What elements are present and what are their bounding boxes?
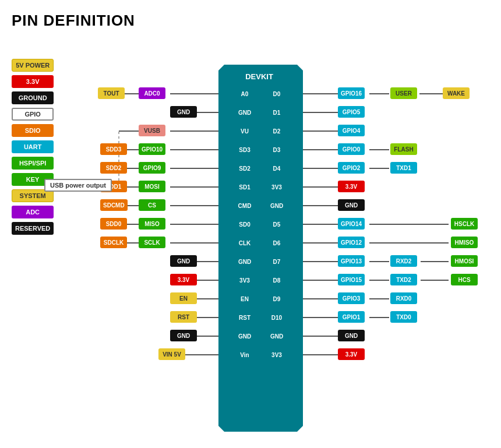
badge-miso: MISO xyxy=(139,218,165,230)
svg-text:D5: D5 xyxy=(273,221,281,228)
badge-gpio3: GPIO3 xyxy=(338,292,365,304)
badge-vusb: VUSB xyxy=(139,125,165,136)
svg-text:3V3: 3V3 xyxy=(271,184,282,191)
badge-33v-l11: 3.3V xyxy=(170,274,197,285)
badge-gpio15: GPIO15 xyxy=(338,274,365,285)
badge-gpio12: GPIO12 xyxy=(338,237,365,248)
badge-33v-r6: 3.3V xyxy=(338,181,365,192)
badge-tout: TOUT xyxy=(98,87,125,99)
svg-text:GND: GND xyxy=(270,203,283,209)
svg-text:SD3: SD3 xyxy=(239,147,250,153)
svg-text:D7: D7 xyxy=(273,259,281,265)
badge-gpio1: GPIO1 xyxy=(338,311,365,323)
badge-sclk: SCLK xyxy=(139,237,165,248)
badge-gpio0: GPIO0 xyxy=(338,143,365,155)
badge-gpio5: GPIO5 xyxy=(338,106,365,118)
badge-rxd0: RXD0 xyxy=(390,292,417,304)
svg-text:CMD: CMD xyxy=(238,203,252,209)
svg-text:D2: D2 xyxy=(273,128,281,135)
svg-text:GND: GND xyxy=(238,333,251,340)
badge-gnd-l10: GND xyxy=(170,255,197,267)
badge-gpio16: GPIO16 xyxy=(338,87,365,99)
badge-sdd3: SDD3 xyxy=(100,143,127,155)
pin-diagram-svg: DEVKIT A0 GND VU SD3 SD2 SD1 CMD SD0 CLK… xyxy=(12,47,489,420)
svg-text:Vin: Vin xyxy=(240,352,249,358)
pin-diagram: 5V POWER 3.3V GROUND GPIO SDIO UART HSPI… xyxy=(12,47,489,432)
badge-user: USER xyxy=(390,87,417,99)
badge-vin5v: VIN 5V xyxy=(158,348,185,360)
badge-hmiso: HMISO xyxy=(451,237,478,248)
badge-sdd0: SDD0 xyxy=(100,218,127,230)
usb-power-label: USB power output xyxy=(44,179,112,192)
badge-gnd-l14: GND xyxy=(170,330,197,341)
badge-sdclk: SDCLK xyxy=(100,237,127,248)
badge-txd1: TXD1 xyxy=(390,162,417,174)
badge-sdd2: SDD2 xyxy=(100,162,127,174)
badge-gnd-r14: GND xyxy=(338,330,365,341)
badge-gpio2: GPIO2 xyxy=(338,162,365,174)
page-title: PIN DEFINITION xyxy=(12,12,489,30)
svg-text:A0: A0 xyxy=(241,91,249,97)
svg-text:3V3: 3V3 xyxy=(271,352,282,358)
svg-text:SD0: SD0 xyxy=(239,221,250,228)
badge-rst: RST xyxy=(170,311,197,323)
svg-text:D4: D4 xyxy=(273,165,281,172)
svg-text:D3: D3 xyxy=(273,147,281,153)
badge-gpio10: GPIO10 xyxy=(139,143,165,155)
svg-text:D0: D0 xyxy=(273,91,281,97)
badge-gnd-l2: GND xyxy=(170,106,197,118)
svg-text:SD2: SD2 xyxy=(239,165,250,172)
svg-text:CLK: CLK xyxy=(239,240,251,246)
badge-gpio14: GPIO14 xyxy=(338,218,365,230)
svg-text:D8: D8 xyxy=(273,277,281,284)
svg-text:D6: D6 xyxy=(273,240,281,246)
svg-text:3V3: 3V3 xyxy=(239,277,250,284)
svg-marker-0 xyxy=(218,65,303,432)
svg-text:D9: D9 xyxy=(273,296,281,302)
svg-text:D1: D1 xyxy=(273,110,281,116)
svg-text:D10: D10 xyxy=(271,315,283,321)
svg-text:GND: GND xyxy=(270,333,283,340)
svg-text:EN: EN xyxy=(241,296,249,302)
badge-gpio4: GPIO4 xyxy=(338,125,365,136)
badge-adc0: ADC0 xyxy=(139,87,165,99)
badge-hcs: HCS xyxy=(451,274,478,285)
badge-gpio9: GPIO9 xyxy=(139,162,165,174)
badge-wake: WAKE xyxy=(443,87,470,99)
svg-text:SD1: SD1 xyxy=(239,184,250,191)
badge-33v-r15: 3.3V xyxy=(338,348,365,360)
badge-cs: CS xyxy=(139,199,165,211)
badge-hmosi: HMOSI xyxy=(451,255,478,267)
svg-text:DEVKIT: DEVKIT xyxy=(245,72,273,81)
svg-text:GND: GND xyxy=(238,110,251,116)
badge-en: EN xyxy=(170,292,197,304)
badge-sdcmd: SDCMD xyxy=(100,199,128,211)
svg-text:RST: RST xyxy=(239,315,250,321)
badge-txd0: TXD0 xyxy=(390,311,417,323)
badge-mosi: MOSI xyxy=(139,181,165,192)
badge-rxd2: RXD2 xyxy=(390,255,417,267)
svg-text:GND: GND xyxy=(238,259,251,265)
badge-flash: FLASH xyxy=(390,143,417,155)
badge-gnd-r7: GND xyxy=(338,199,365,211)
badge-txd2: TXD2 xyxy=(390,274,417,285)
badge-gpio13: GPIO13 xyxy=(338,255,365,267)
badge-hsclk: HSCLK xyxy=(451,218,478,230)
svg-text:VU: VU xyxy=(241,128,249,135)
